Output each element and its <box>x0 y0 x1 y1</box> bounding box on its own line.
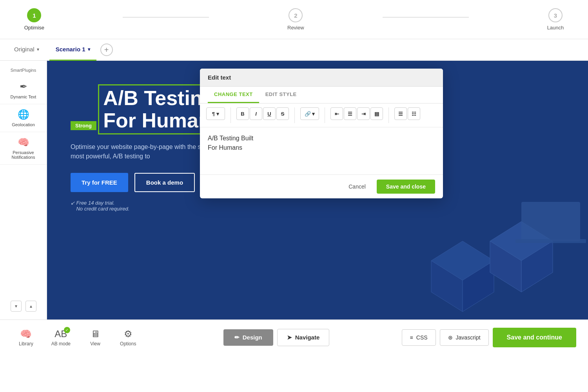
javascript-button[interactable]: ⊛ Javascript <box>440 329 489 346</box>
try-free-button[interactable]: Try for FREE <box>71 173 128 192</box>
stepper: 1 Optimise 2 Review 3 Launch <box>0 0 588 39</box>
sidebar-item-label-persuasive: Persuasive Notifications <box>3 150 44 160</box>
step-connector-1 <box>123 17 209 18</box>
step-connector-2 <box>383 17 469 18</box>
toolbar-sep-4 <box>388 107 389 123</box>
modal-tabs: CHANGE TEXT EDIT STYLE <box>200 87 443 103</box>
bottom-middle-buttons: ✏ Design ➤ Navigate <box>216 329 330 346</box>
tab-add-button[interactable]: + <box>100 44 113 56</box>
ab-mode-icon: AB ✓ <box>54 328 67 339</box>
main-area: SmartPlugins ✒ Dynamic Text 🌐 Geolocatio… <box>0 61 588 319</box>
modal-header: Edit text <box>200 69 443 87</box>
modal-tab-change-text[interactable]: CHANGE TEXT <box>208 87 259 103</box>
bottom-tools-left: 🧠 Library AB ✓ AB mode 🖥 View ⚙ Options <box>12 325 143 350</box>
bottom-tool-options[interactable]: ⚙ Options <box>113 325 143 350</box>
step-review[interactable]: 2 Review <box>287 8 304 31</box>
css-button[interactable]: ≡ CSS <box>402 329 436 346</box>
step-optimise[interactable]: 1 Optimise <box>24 8 44 31</box>
navigate-button[interactable]: ➤ Navigate <box>277 329 330 346</box>
toolbar-align-justify-btn[interactable]: ▤ <box>370 107 383 120</box>
step-label-1: Optimise <box>24 25 44 31</box>
persuasive-notifications-icon: 🧠 <box>18 137 29 148</box>
js-icon: ⊛ <box>448 334 453 341</box>
bottom-right-buttons: ≡ CSS ⊛ Javascript Save and continue <box>402 328 576 347</box>
toolbar-strikethrough-btn[interactable]: S <box>276 107 289 120</box>
sidebar-item-label-geolocation: Geolocation <box>12 122 35 127</box>
toolbar-sep-3 <box>325 107 325 123</box>
step-launch[interactable]: 3 Launch <box>547 8 564 31</box>
bottom-tool-ab-mode[interactable]: AB ✓ AB mode <box>44 325 78 350</box>
step-circle-3: 3 <box>548 8 563 22</box>
toolbar-format-group: B I U S <box>236 107 289 123</box>
hero-badge: Strong <box>71 121 96 130</box>
ab-mode-label: AB mode <box>51 341 71 347</box>
sidebar-arrows: ▾ ▴ <box>7 297 40 316</box>
toolbar-align-left-btn[interactable]: ⇤ <box>330 107 343 120</box>
library-icon: 🧠 <box>20 328 32 339</box>
sidebar-item-dynamic-text[interactable]: ✒ Dynamic Text <box>0 76 47 104</box>
step-circle-1: 1 <box>27 8 41 22</box>
modal-text-content[interactable]: A/B Testing Built For Humans <box>200 127 443 174</box>
toolbar-bold-btn[interactable]: B <box>236 107 249 120</box>
toolbar-align-group: ⇤ ☰ ⇥ ▤ <box>330 107 383 123</box>
toolbar-paragraph-btn[interactable]: ¶ ▾ <box>206 107 225 120</box>
toolbar-sep-2 <box>294 107 295 123</box>
toolbar-align-right-btn[interactable]: ⇥ <box>357 107 370 120</box>
bottom-tool-library[interactable]: 🧠 Library <box>12 325 40 350</box>
toolbar-italic-btn[interactable]: I <box>250 107 262 120</box>
edit-text-modal: Edit text CHANGE TEXT EDIT STYLE ¶ ▾ B I… <box>200 69 443 198</box>
pencil-icon: ✏ <box>234 334 240 341</box>
toolbar-sep-1 <box>230 107 231 123</box>
sidebar-item-geolocation[interactable]: 🌐 Geolocation <box>0 104 47 132</box>
toolbar-align-center-btn[interactable]: ☰ <box>344 107 356 120</box>
bottom-bar: 🧠 Library AB ✓ AB mode 🖥 View ⚙ Options … <box>0 319 588 355</box>
tab-scenario1[interactable]: Scenario 1 ▾ <box>49 39 96 61</box>
options-icon: ⚙ <box>124 328 132 339</box>
view-label: View <box>90 341 100 347</box>
toolbar-list-ordered-btn[interactable]: ☷ <box>408 107 420 120</box>
css-icon: ≡ <box>410 334 413 341</box>
toolbar-link-btn[interactable]: 🔗 ▾ <box>300 107 319 120</box>
view-icon: 🖥 <box>91 328 100 339</box>
svg-rect-7 <box>515 239 586 243</box>
design-button[interactable]: ✏ Design <box>223 329 273 346</box>
sidebar-title: SmartPlugins <box>11 65 36 76</box>
modal-footer: Cancel Save and close <box>200 174 443 198</box>
toolbar-list-unordered-btn[interactable]: ☰ <box>394 107 407 120</box>
book-demo-button[interactable]: Book a demo <box>134 173 195 192</box>
options-label: Options <box>120 341 136 347</box>
modal-tab-edit-style[interactable]: EDIT STYLE <box>259 87 303 103</box>
step-label-3: Launch <box>547 25 564 31</box>
modal-save-close-button[interactable]: Save and close <box>377 180 435 194</box>
tab-original[interactable]: Original ▾ <box>8 39 45 61</box>
svg-rect-6 <box>521 202 580 241</box>
geolocation-icon: 🌐 <box>18 109 29 120</box>
sidebar-item-persuasive-notifications[interactable]: 🧠 Persuasive Notifications <box>0 132 47 165</box>
dynamic-text-icon: ✒ <box>20 81 27 92</box>
arrow-down-btn[interactable]: ▾ <box>11 301 22 312</box>
save-continue-button[interactable]: Save and continue <box>493 328 576 347</box>
sidebar-item-label-dynamic-text: Dynamic Text <box>11 94 36 99</box>
step-circle-2: 2 <box>289 8 303 22</box>
sidebar: SmartPlugins ✒ Dynamic Text 🌐 Geolocatio… <box>0 61 47 319</box>
toolbar-list-group: ☰ ☷ <box>394 107 420 123</box>
modal-cancel-button[interactable]: Cancel <box>342 180 372 194</box>
modal-toolbar: ¶ ▾ B I U S 🔗 ▾ ⇤ ☰ ⇥ ▤ <box>200 103 443 127</box>
ab-mode-badge: ✓ <box>64 327 70 333</box>
toolbar-underline-btn[interactable]: U <box>263 107 276 120</box>
library-label: Library <box>19 341 33 347</box>
page-preview: Strong A/B Testing BuiltFor Humans Optim… <box>47 61 588 319</box>
scenario-tabs: Original ▾ Scenario 1 ▾ + <box>0 39 588 61</box>
arrow-up-btn[interactable]: ▴ <box>25 301 36 312</box>
bottom-tool-view[interactable]: 🖥 View <box>82 325 109 350</box>
step-label-2: Review <box>287 25 304 31</box>
navigate-icon: ➤ <box>287 334 292 341</box>
